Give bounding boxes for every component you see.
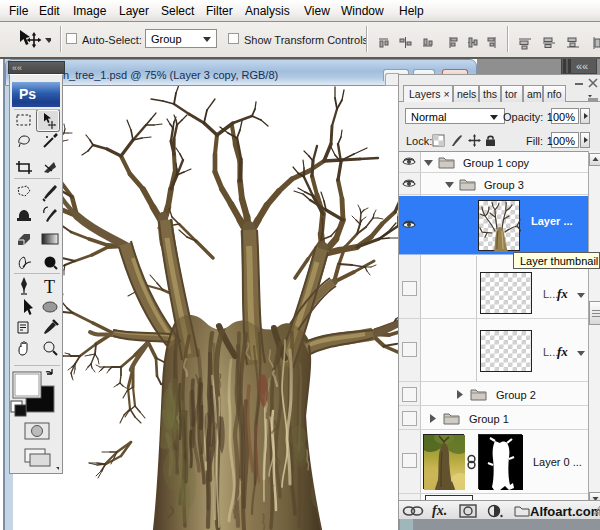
svg-text:T: T: [44, 277, 55, 297]
